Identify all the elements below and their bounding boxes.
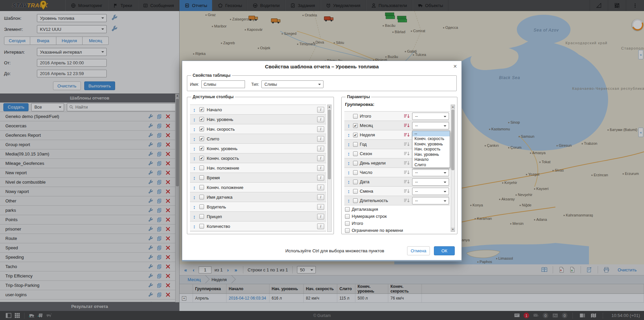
- drag-handle-icon[interactable]: ↕: [346, 188, 351, 194]
- ok-button[interactable]: ОК: [434, 246, 455, 255]
- grouping-checkbox[interactable]: [353, 198, 358, 203]
- grouping-value-select[interactable]: --: [412, 188, 449, 195]
- sort-order-icon[interactable]: [404, 151, 410, 156]
- column-item-Водитель[interactable]: ↕ВодительI: [190, 202, 326, 212]
- sort-order-icon[interactable]: [404, 170, 410, 175]
- table-name-input[interactable]: [201, 80, 245, 88]
- sort-order-icon[interactable]: [404, 161, 410, 166]
- drag-handle-icon[interactable]: ↕: [192, 155, 197, 161]
- column-format-button[interactable]: I: [317, 155, 324, 161]
- drag-handle-icon[interactable]: ↕: [192, 146, 197, 151]
- dropdown-option[interactable]: Конеч. уровень: [412, 141, 450, 147]
- close-icon[interactable]: ✕: [452, 63, 458, 69]
- grouping-checkbox[interactable]: [353, 180, 358, 184]
- dropdown-option[interactable]: Нач. скорость: [412, 147, 450, 152]
- grouping-value-select[interactable]: --: [412, 122, 449, 129]
- cancel-button[interactable]: Отмена: [407, 246, 430, 255]
- column-format-button[interactable]: I: [317, 223, 324, 229]
- drag-handle-icon[interactable]: ↕: [192, 185, 197, 190]
- column-item-Конеч. уровень[interactable]: ↕✔Конеч. уровеньI: [190, 144, 326, 153]
- dropdown-option[interactable]: Начало: [412, 157, 450, 163]
- option-Итого[interactable]: Итого: [344, 220, 450, 227]
- option-checkbox[interactable]: [345, 228, 350, 233]
- column-item-Нач. скорость[interactable]: ↕✔Нач. скоростьI: [190, 124, 326, 134]
- column-format-button[interactable]: I: [317, 165, 324, 171]
- column-item-Количество[interactable]: ↕КоличествоI: [190, 221, 326, 231]
- column-checkbox[interactable]: [199, 166, 204, 170]
- dropdown-option[interactable]: Конеч. скорость: [412, 136, 450, 142]
- grouping-checkbox[interactable]: ✔: [353, 123, 358, 128]
- column-format-button[interactable]: I: [317, 146, 324, 151]
- option-Ограничение по времени[interactable]: Ограничение по времени: [344, 227, 450, 234]
- column-item-Конеч. скорость[interactable]: ↕✔Конеч. скоростьI: [190, 153, 326, 163]
- parameters-scrollbar[interactable]: ▲▼: [451, 105, 455, 232]
- column-checkbox[interactable]: [199, 185, 204, 190]
- scroll-down-icon[interactable]: ▼: [451, 228, 455, 232]
- drag-handle-icon[interactable]: ↕: [192, 214, 197, 219]
- column-item-Время[interactable]: ↕ВремяI: [190, 173, 326, 183]
- column-checkbox[interactable]: [199, 214, 204, 219]
- column-item-Слито[interactable]: ↕✔СлитоI: [190, 134, 326, 144]
- column-checkbox[interactable]: [199, 204, 204, 209]
- scroll-up-icon[interactable]: ▲: [451, 105, 455, 109]
- sort-order-icon[interactable]: [404, 189, 410, 194]
- grouping-checkbox[interactable]: [353, 142, 358, 147]
- scrollbar-thumb[interactable]: [451, 110, 454, 170]
- column-format-button[interactable]: I: [317, 136, 324, 142]
- column-checkbox[interactable]: [199, 195, 204, 199]
- drag-handle-icon[interactable]: ↕: [192, 175, 197, 181]
- grouping-checkbox[interactable]: [353, 161, 358, 166]
- column-format-button[interactable]: I: [317, 194, 324, 200]
- dropdown-option[interactable]: Слито: [412, 162, 450, 168]
- column-format-button[interactable]: I: [317, 126, 324, 132]
- column-format-button[interactable]: I: [317, 175, 324, 181]
- dropdown-option[interactable]: --: [412, 131, 450, 136]
- sort-order-icon[interactable]: [404, 123, 410, 128]
- column-checkbox[interactable]: [199, 175, 204, 180]
- drag-handle-icon[interactable]: ↕: [346, 123, 351, 128]
- grouping-value-select[interactable]: --: [412, 178, 449, 186]
- drag-handle-icon[interactable]: ↕: [192, 107, 197, 113]
- column-format-button[interactable]: I: [317, 204, 324, 210]
- column-checkbox[interactable]: [199, 224, 204, 229]
- grouping-row-Длительность[interactable]: ↕Длительность--: [344, 196, 450, 205]
- drag-handle-icon[interactable]: ↕: [192, 126, 197, 132]
- dropdown-option[interactable]: Нач. уровень: [412, 152, 450, 157]
- option-Детализация[interactable]: Детализация: [344, 206, 450, 213]
- grouping-checkbox[interactable]: [353, 114, 358, 119]
- option-Нумерация строк[interactable]: Нумерация строк: [344, 213, 450, 220]
- drag-handle-icon[interactable]: ↕: [192, 136, 197, 142]
- grouping-value-select[interactable]: --: [412, 169, 449, 176]
- column-format-button[interactable]: I: [317, 117, 324, 122]
- sort-order-icon[interactable]: [404, 114, 410, 119]
- drag-handle-icon[interactable]: ↕: [192, 165, 197, 171]
- scroll-up-icon[interactable]: ▲: [328, 105, 331, 109]
- sort-order-icon[interactable]: [404, 179, 410, 185]
- grouping-checkbox[interactable]: [353, 170, 358, 175]
- grouping-value-select[interactable]: --: [412, 197, 449, 204]
- column-item-Имя датчика[interactable]: ↕Имя датчикаI: [190, 192, 326, 202]
- sort-order-icon[interactable]: [404, 198, 410, 203]
- column-item-Нач. уровень[interactable]: ↕✔Нач. уровеньI: [190, 115, 326, 124]
- column-format-button[interactable]: I: [317, 214, 324, 219]
- option-checkbox[interactable]: [345, 214, 350, 219]
- grouping-row-Число[interactable]: ↕Число--: [344, 168, 450, 177]
- grouping-row-Месяц[interactable]: ↕✔Месяц--: [344, 121, 450, 130]
- column-item-Нач. положение[interactable]: ↕Нач. положениеI: [190, 163, 326, 173]
- drag-handle-icon[interactable]: ↕: [346, 141, 351, 147]
- column-checkbox[interactable]: ✔: [199, 156, 204, 161]
- column-item-Начало[interactable]: ↕✔НачалоI: [190, 105, 326, 115]
- grouping-checkbox[interactable]: ✔: [353, 133, 358, 137]
- drag-handle-icon[interactable]: ↕: [192, 117, 197, 122]
- column-checkbox[interactable]: ✔: [199, 117, 204, 122]
- drag-handle-icon[interactable]: ↕: [346, 160, 351, 166]
- grouping-checkbox[interactable]: [353, 189, 358, 194]
- grouping-checkbox[interactable]: [353, 151, 358, 156]
- column-format-button[interactable]: I: [317, 185, 324, 190]
- sort-order-icon[interactable]: [404, 142, 410, 147]
- column-item-Прицеп[interactable]: ↕ПрицепI: [190, 212, 326, 221]
- grouping-row-Смена[interactable]: ↕Смена--: [344, 187, 450, 196]
- table-type-select[interactable]: Сливы: [261, 80, 324, 88]
- grouping-row-Итого[interactable]: Итого--: [344, 112, 450, 121]
- drag-handle-icon[interactable]: ↕: [346, 198, 351, 203]
